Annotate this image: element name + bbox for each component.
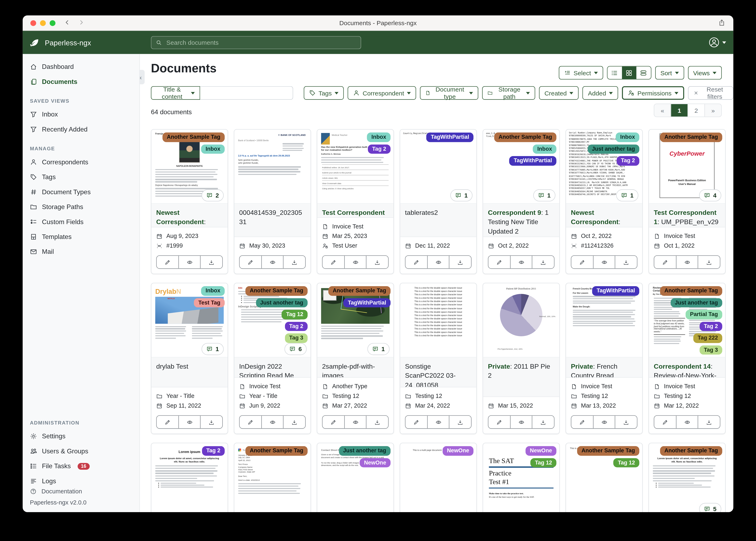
edit-button[interactable] bbox=[571, 416, 593, 428]
global-search[interactable] bbox=[151, 36, 361, 49]
app-brand[interactable]: Paperless-ngx bbox=[30, 37, 91, 48]
tag-pill[interactable]: TagWithPartial bbox=[344, 298, 391, 307]
document-title-link[interactable]: tablerates2 bbox=[400, 204, 476, 237]
preview-button[interactable] bbox=[427, 256, 449, 269]
document-title-link[interactable]: 0004814539_20230531 bbox=[234, 204, 311, 237]
edit-button[interactable] bbox=[157, 256, 178, 269]
sidebar-item-storage-paths[interactable]: Storage Paths bbox=[23, 199, 139, 214]
document-thumbnail[interactable]: The SAT PracticeTest #1 Make time to tak… bbox=[483, 443, 559, 512]
preview-button[interactable] bbox=[178, 416, 200, 428]
views-button[interactable]: Views bbox=[688, 66, 722, 79]
edit-button[interactable] bbox=[571, 256, 593, 269]
tag-pill[interactable]: Inbox bbox=[201, 286, 225, 296]
tag-pill[interactable]: TagWithPartial bbox=[592, 286, 639, 296]
notes-count[interactable]: 5 bbox=[699, 503, 721, 512]
tag-pill[interactable]: Inbox bbox=[616, 133, 639, 142]
edit-button[interactable] bbox=[322, 256, 344, 269]
tag-pill[interactable]: Tag 2 bbox=[202, 446, 225, 456]
document-thumbnail[interactable]: This is a test for the double space char… bbox=[400, 283, 476, 357]
tag-pill[interactable]: Just another tag bbox=[339, 446, 391, 456]
document-thumbnail[interactable]: Ado InDesign Scripting Documentation Ano… bbox=[234, 283, 311, 357]
sidebar-item-mail[interactable]: Mail bbox=[23, 244, 139, 259]
tag-pill[interactable]: Another Sample Tag bbox=[245, 446, 307, 456]
edit-button[interactable] bbox=[157, 416, 178, 428]
page-1[interactable]: 1 bbox=[671, 104, 687, 117]
tag-pill[interactable]: Tag 222 bbox=[693, 333, 722, 343]
notes-count[interactable]: 1 bbox=[616, 189, 638, 201]
tag-pill[interactable]: Another Sample Tag bbox=[494, 133, 556, 142]
preview-button[interactable] bbox=[344, 416, 366, 428]
tag-pill[interactable]: Just another tag bbox=[670, 298, 722, 307]
document-title-link[interactable]: Test Correspondent 1: UM_PPBE_en_v29 bbox=[649, 204, 725, 227]
filter-storage-path-button[interactable]: Storage path bbox=[482, 86, 535, 100]
tag-pill[interactable]: Tag 12 bbox=[282, 310, 308, 319]
document-title-link[interactable]: Newest Correspondent: Sample100.csv bbox=[566, 204, 642, 227]
download-button[interactable] bbox=[532, 416, 554, 428]
edit-button[interactable] bbox=[654, 416, 676, 428]
view-mode-list[interactable] bbox=[607, 66, 622, 79]
document-thumbnail[interactable]: Contact Sheet Demo Given a set of image … bbox=[317, 443, 393, 512]
document-title-link[interactable]: Correspondent 9: 1 Testing New Title Upd… bbox=[483, 204, 559, 237]
download-button[interactable] bbox=[449, 416, 471, 428]
download-button[interactable] bbox=[532, 256, 554, 269]
document-title-link[interactable]: Private: French Country Bread Revised.do… bbox=[566, 357, 642, 378]
download-button[interactable] bbox=[698, 256, 720, 269]
tag-pill[interactable]: NewOne bbox=[443, 446, 474, 456]
document-thumbnail[interactable]: Lorem ipsum Lorem ipsum dolor sit amet, … bbox=[151, 443, 228, 512]
tag-pill[interactable]: TagWithPartial bbox=[426, 133, 474, 142]
tag-pill[interactable]: Another Sample Tag bbox=[660, 133, 722, 142]
preview-button[interactable] bbox=[178, 256, 200, 269]
document-title-link[interactable]: Correspondent 14: Review-of-New-York-Fed… bbox=[649, 357, 725, 378]
sidebar-item-documentation[interactable]: Documentation bbox=[23, 485, 139, 498]
user-menu[interactable] bbox=[708, 37, 726, 48]
document-correspondent[interactable]: Correspondent 9 bbox=[488, 209, 541, 216]
document-thumbnail[interactable]: ✳ BANK OF SCOTLAND Bank of Scotland • 10… bbox=[234, 130, 311, 204]
page-«[interactable]: « bbox=[654, 104, 671, 117]
sidebar-item-document-types[interactable]: Document Types bbox=[23, 185, 139, 199]
edit-button[interactable] bbox=[488, 256, 510, 269]
document-correspondent[interactable]: Newest Correspondent bbox=[156, 209, 204, 226]
preview-button[interactable] bbox=[261, 256, 283, 269]
tag-pill[interactable]: Another Sample Tag bbox=[245, 286, 307, 296]
download-button[interactable] bbox=[283, 416, 305, 428]
sidebar-item-tags[interactable]: Tags bbox=[23, 170, 139, 185]
document-thumbnail[interactable]: Francja pod rz NAPOLEON BONAPARTE Dojści… bbox=[151, 130, 228, 204]
edit-button[interactable] bbox=[240, 256, 261, 269]
document-title-link[interactable]: Test Correspondent 1: [paperless] test p… bbox=[317, 204, 393, 218]
sidebar-item-settings[interactable]: Settings bbox=[23, 429, 139, 444]
document-title-link[interactable]: InDesign 2022 Scripting Read Me bbox=[234, 357, 311, 378]
filter-created-button[interactable]: Created bbox=[539, 86, 579, 100]
document-thumbnail[interactable]: Review of Arbitral Awards Shows Swift Re… bbox=[649, 283, 725, 357]
tag-pill[interactable]: Tag 2 bbox=[285, 321, 308, 331]
document-correspondent[interactable]: Private bbox=[488, 363, 510, 370]
sidebar-item-users-groups[interactable]: Users & Groups bbox=[23, 444, 139, 458]
view-mode-grid[interactable] bbox=[622, 66, 636, 79]
notes-count[interactable]: 1 bbox=[450, 189, 473, 201]
sidebar-item-file-tasks[interactable]: File Tasks16 bbox=[23, 459, 139, 474]
document-title-link[interactable]: Private: 2011 BP Pie 2 bbox=[483, 357, 559, 397]
sidebar-item-custom-fields[interactable]: Custom Fields bbox=[23, 215, 139, 229]
download-button[interactable] bbox=[200, 256, 222, 269]
sidebar-item-dashboard[interactable]: Dashboard bbox=[23, 59, 139, 74]
sidebar-item-recently-added[interactable]: Recently Added bbox=[23, 122, 139, 137]
preview-button[interactable] bbox=[676, 256, 698, 269]
page-»[interactable]: » bbox=[704, 104, 721, 117]
edit-button[interactable] bbox=[405, 256, 427, 269]
tag-pill[interactable]: Tag 2 bbox=[699, 321, 722, 331]
tag-pill[interactable]: Tag 12 bbox=[613, 458, 639, 467]
view-mode-cards[interactable] bbox=[636, 66, 651, 79]
download-button[interactable] bbox=[449, 256, 471, 269]
sidebar-item-correspondents[interactable]: Correspondents bbox=[23, 155, 139, 170]
sidebar-item-templates[interactable]: Templates bbox=[23, 229, 139, 244]
preview-button[interactable] bbox=[427, 416, 449, 428]
edit-button[interactable] bbox=[405, 416, 427, 428]
notes-count[interactable]: 1 bbox=[367, 343, 390, 355]
download-button[interactable] bbox=[615, 416, 637, 428]
document-thumbnail[interactable]: French Country Bread For the Leaven Make… bbox=[566, 283, 642, 357]
preview-button[interactable] bbox=[344, 256, 366, 269]
download-button[interactable] bbox=[366, 416, 388, 428]
download-button[interactable] bbox=[698, 416, 720, 428]
notes-count[interactable]: 1 bbox=[533, 189, 555, 201]
select-button[interactable]: Select bbox=[559, 66, 603, 79]
tag-pill[interactable]: Inbox bbox=[201, 144, 225, 154]
